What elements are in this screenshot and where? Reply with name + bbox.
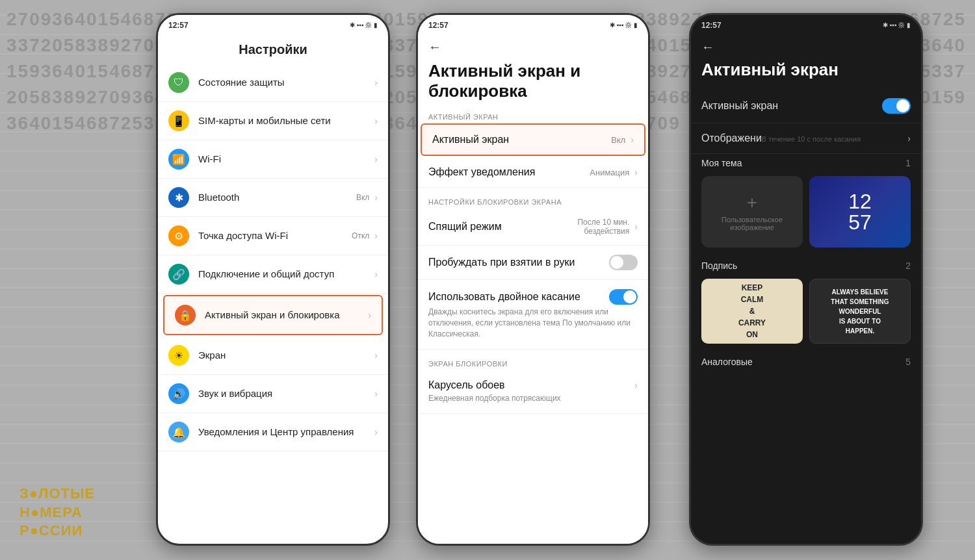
- bluetooth-label: Bluetooth: [198, 192, 239, 203]
- phone-2: 12:57 ✱ ▪▪▪ 奈 ▮ ← Активный экран иблокир…: [416, 13, 650, 546]
- section-header-lock: НАСТРОЙКИ БЛОКИРОВКИ ЭКРАНА: [418, 193, 648, 209]
- add-theme-label: Пользовательское изображение: [701, 216, 803, 231]
- bluetooth-chevron: ›: [374, 192, 378, 203]
- phone-1-body: 12:57 ✱ ▪▪▪ 奈 ▮ Настройки 🛡 Состояние за…: [156, 13, 390, 546]
- protection-chevron: ›: [374, 77, 378, 88]
- notifications-icon: 🔔: [168, 422, 189, 442]
- settings-item-hotspot[interactable]: ⚙ Точка доступа Wi-Fi Откл ›: [158, 217, 388, 255]
- status-bar-2: 12:57 ✱ ▪▪▪ 奈 ▮: [418, 15, 648, 33]
- settings-item-bluetooth[interactable]: ✱ Bluetooth Вкл ›: [158, 179, 388, 217]
- list-item-wake-pickup[interactable]: Пробуждать при взятии в руки: [418, 246, 648, 280]
- hotspot-label: Точка доступа Wi-Fi: [198, 230, 288, 241]
- dark-active-toggle[interactable]: [882, 98, 911, 114]
- settings-item-sound[interactable]: 🔊 Звук и вибрация ›: [158, 375, 388, 413]
- sound-label: Звук и вибрация: [198, 388, 272, 399]
- connections-chevron: ›: [374, 269, 378, 279]
- phone-3-body: 12:57 ✱ ▪▪▪ 奈 ▮ ← Активный экран Активны…: [689, 13, 923, 546]
- screen3-title: Активный экран: [691, 57, 921, 89]
- connections-icon: 🔗: [168, 264, 189, 285]
- logo-line2: Н●МЕРА: [20, 503, 95, 522]
- active-screen-settings: ← Активный экран иблокировка АКТИВНЫЙ ЭК…: [418, 33, 648, 544]
- display-chevron: ›: [374, 350, 378, 361]
- status-bar-1: 12:57 ✱ ▪▪▪ 奈 ▮: [158, 15, 388, 33]
- sig-card-2[interactable]: ALWAYS BELIEVETHAT SOMETHINGWONDERFULIS …: [809, 279, 911, 344]
- hotspot-icon: ⚙: [168, 225, 189, 246]
- phone-1: 12:57 ✱ ▪▪▪ 奈 ▮ Настройки 🛡 Состояние за…: [156, 13, 390, 546]
- active-screen-chevron: ›: [368, 310, 371, 320]
- bluetooth-icon: ✱: [168, 187, 189, 208]
- wifi-icon: 📶: [168, 149, 189, 170]
- time-1: 12:57: [168, 21, 188, 30]
- notification-effect-chevron: ›: [634, 167, 638, 177]
- sig-card-1[interactable]: KEEPCALM&CARRYON: [701, 279, 803, 344]
- notifications-label: Уведомления и Центр управления: [198, 426, 354, 437]
- settings-item-notifications[interactable]: 🔔 Уведомления и Центр управления ›: [158, 413, 388, 452]
- list-item-active-screen[interactable]: Активный экран Вкл ›: [421, 123, 645, 156]
- active-screen-item-label: Активный экран: [432, 134, 509, 146]
- settings-item-display[interactable]: ☀ Экран ›: [158, 337, 388, 375]
- dark-active-label: Активный экран: [701, 100, 778, 112]
- sim-icon: 📱: [168, 110, 189, 131]
- list-item-sleep[interactable]: Спящий режим После 10 мин. бездействия ›: [418, 209, 648, 246]
- wake-pickup-label: Пробуждать при взятии в руки: [428, 257, 575, 268]
- sound-chevron: ›: [374, 388, 378, 399]
- signature-num: 2: [905, 261, 911, 271]
- notification-effect-label: Эффект уведомления: [428, 166, 535, 178]
- screen2-title: Активный экран иблокировка: [418, 58, 648, 108]
- hotspot-value: Откл: [352, 231, 369, 240]
- my-theme-label: Моя тема: [701, 158, 742, 168]
- clock-min: 57: [848, 212, 872, 233]
- settings-item-protection[interactable]: 🛡 Состояние защиты ›: [158, 64, 388, 102]
- hotspot-chevron: ›: [374, 231, 378, 241]
- wallpaper-carousel-chevron: ›: [634, 380, 638, 390]
- settings-screen: Настройки 🛡 Состояние защиты › 📱: [158, 33, 388, 544]
- active-screen-icon: 🔒: [175, 305, 196, 325]
- my-theme-num: 1: [905, 158, 911, 168]
- analog-header: Аналоговые 5: [691, 353, 921, 371]
- active-screen-dark: ← Активный экран Активный экран Отображе…: [691, 33, 921, 544]
- dark-item-active-screen[interactable]: Активный экран: [691, 89, 921, 123]
- wifi-label: Wi-Fi: [198, 153, 221, 164]
- sig-text-2: ALWAYS BELIEVETHAT SOMETHINGWONDERFULIS …: [809, 279, 911, 344]
- sim-label: SIM-карты и мобильные сети: [198, 115, 331, 126]
- signature-label: Подпись: [701, 261, 737, 271]
- section-header-lockscreen: ЭКРАН БЛОКИРОВКИ: [418, 355, 648, 370]
- double-tap-toggle[interactable]: [609, 289, 638, 305]
- settings-item-active-screen[interactable]: 🔒 Активный экран и блокировка ›: [163, 295, 383, 335]
- protection-icon: 🛡: [168, 72, 189, 93]
- section-header-active: АКТИВНЫЙ ЭКРАН: [418, 108, 648, 123]
- settings-item-wifi[interactable]: 📶 Wi-Fi ›: [158, 140, 388, 179]
- sound-icon: 🔊: [168, 383, 189, 404]
- wake-pickup-toggle[interactable]: [609, 255, 638, 270]
- list-item-double-tap[interactable]: Использовать двойное касание Дважды косн…: [418, 280, 648, 349]
- display-icon: ☀: [168, 345, 189, 366]
- time-2: 12:57: [428, 21, 448, 30]
- phone-2-body: 12:57 ✱ ▪▪▪ 奈 ▮ ← Активный экран иблокир…: [416, 13, 650, 546]
- status-icons-1: ✱ ▪▪▪ 奈 ▮: [350, 21, 378, 30]
- active-screen-item-chevron: ›: [630, 134, 634, 145]
- display-time-label: ОтображениВ течение 10 с после касания: [701, 133, 861, 144]
- dark-item-display-time[interactable]: ОтображениВ течение 10 с после касания ›: [691, 123, 921, 154]
- settings-item-connections[interactable]: 🔗 Подключение и общий доступ ›: [158, 255, 388, 294]
- theme-card-add[interactable]: + Пользовательское изображение: [701, 176, 803, 248]
- back-button-2[interactable]: ←: [428, 40, 441, 55]
- status-icons-3: ✱ ▪▪▪ 奈 ▮: [883, 21, 911, 30]
- signature-grid: KEEPCALM&CARRYON ALWAYS BELIEVETHAT SOME…: [691, 275, 921, 353]
- settings-item-sim[interactable]: 📱 SIM-карты и мобильные сети ›: [158, 102, 388, 140]
- logo-line1: З●ЛОТЫЕ: [20, 485, 95, 503]
- wifi-chevron: ›: [374, 154, 378, 164]
- add-theme-icon: +: [747, 192, 757, 213]
- sim-chevron: ›: [374, 116, 378, 126]
- signature-header: Подпись 2: [691, 257, 921, 275]
- wallpaper-carousel-sublabel: Ежедневная подборка потрясающих: [428, 393, 638, 404]
- list-item-wallpaper-carousel[interactable]: Карусель обоев › Ежедневная подборка пот…: [418, 370, 648, 414]
- back-button-3[interactable]: ←: [691, 33, 921, 57]
- list-item-notification-effect[interactable]: Эффект уведомления Анимация ›: [418, 157, 648, 188]
- sig-text-1: KEEPCALM&CARRYON: [701, 279, 803, 344]
- active-screen-item-value: Вкл: [611, 135, 625, 145]
- theme-card-clock[interactable]: 12 57: [809, 176, 911, 248]
- status-bar-3: 12:57 ✱ ▪▪▪ 奈 ▮: [691, 15, 921, 33]
- bluetooth-value: Вкл: [356, 193, 369, 202]
- theme-grid: + Пользовательское изображение 12 57: [691, 172, 921, 257]
- display-label: Экран: [198, 350, 226, 361]
